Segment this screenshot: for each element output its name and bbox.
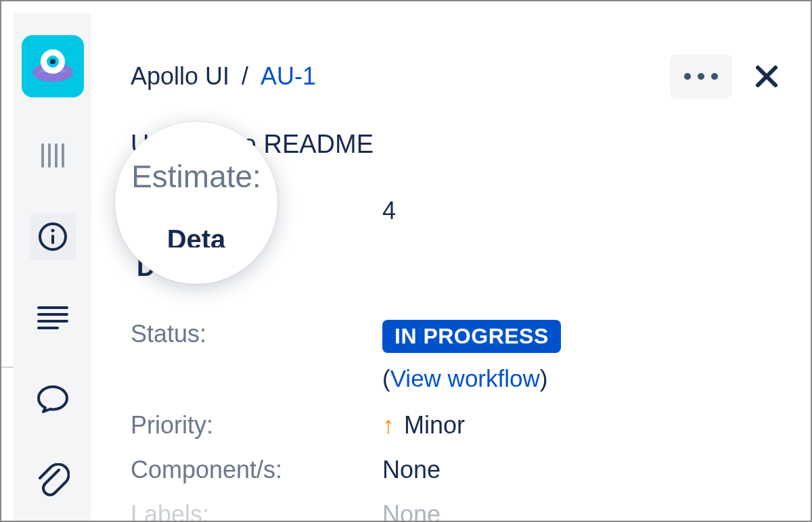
window-frame: Apollo UI / AU-1 Update the README Estim… — [0, 0, 812, 522]
header-actions — [670, 54, 782, 99]
components-value[interactable]: None — [382, 456, 441, 484]
close-icon — [754, 64, 779, 89]
more-actions-button[interactable] — [670, 54, 732, 99]
panel-header: Apollo UI / AU-1 — [131, 54, 782, 99]
divider — [1, 366, 14, 368]
svg-point-3 — [50, 59, 55, 64]
labels-label: Labels: — [131, 500, 382, 522]
status-label: Status: — [131, 320, 382, 353]
svg-point-9 — [51, 229, 54, 233]
estimate-row: Estimate: 4 — [131, 197, 782, 225]
components-row: Component/s: None — [131, 456, 782, 484]
breadcrumb-issue-link[interactable]: AU-1 — [261, 62, 316, 91]
estimate-label: Estimate: — [131, 197, 382, 225]
workflow-post: ) — [540, 365, 548, 392]
workflow-pre: ( — [382, 365, 390, 392]
workflow-row: (View workflow) — [131, 353, 782, 392]
svg-point-17 — [711, 73, 718, 80]
nav-item-attachments-icon[interactable] — [30, 457, 76, 503]
sidebar — [14, 14, 91, 521]
status-row: Status: IN PROGRESS — [131, 320, 782, 353]
obscured-section-heading: D — [137, 253, 155, 282]
components-label: Component/s: — [131, 456, 382, 484]
breadcrumb-separator: / — [242, 62, 248, 91]
priority-minor-icon: ↑ — [382, 411, 394, 440]
nav-item-drag-icon[interactable] — [30, 133, 76, 179]
workflow-spacer — [131, 353, 382, 392]
priority-text: Minor — [404, 411, 465, 440]
workflow-link-wrap: (View workflow) — [382, 365, 547, 392]
breadcrumb: Apollo UI / AU-1 — [131, 62, 316, 91]
issue-title[interactable]: Update the README — [131, 130, 782, 159]
view-workflow-link[interactable]: View workflow — [390, 365, 540, 392]
labels-value[interactable]: None — [382, 500, 441, 522]
svg-rect-10 — [51, 235, 54, 244]
ufo-icon — [29, 43, 76, 90]
svg-point-15 — [684, 73, 691, 80]
priority-value[interactable]: ↑ Minor — [382, 411, 465, 440]
project-avatar[interactable] — [22, 35, 84, 97]
svg-point-16 — [698, 73, 704, 80]
priority-row: Priority: ↑ Minor — [131, 411, 782, 440]
issue-panel: Apollo UI / AU-1 Update the README Estim… — [91, 14, 798, 521]
breadcrumb-project[interactable]: Apollo UI — [131, 62, 229, 91]
priority-label: Priority: — [131, 411, 382, 440]
labels-row: Labels: None — [131, 500, 782, 522]
close-button[interactable] — [751, 61, 782, 92]
nav-item-description-icon[interactable] — [30, 295, 76, 341]
nav-item-info-icon[interactable] — [30, 214, 76, 260]
status-badge[interactable]: IN PROGRESS — [382, 320, 561, 353]
estimate-value[interactable]: 4 — [382, 197, 396, 225]
nav-item-comments-icon[interactable] — [30, 376, 76, 422]
status-value: IN PROGRESS — [382, 320, 561, 353]
more-icon — [683, 72, 719, 81]
